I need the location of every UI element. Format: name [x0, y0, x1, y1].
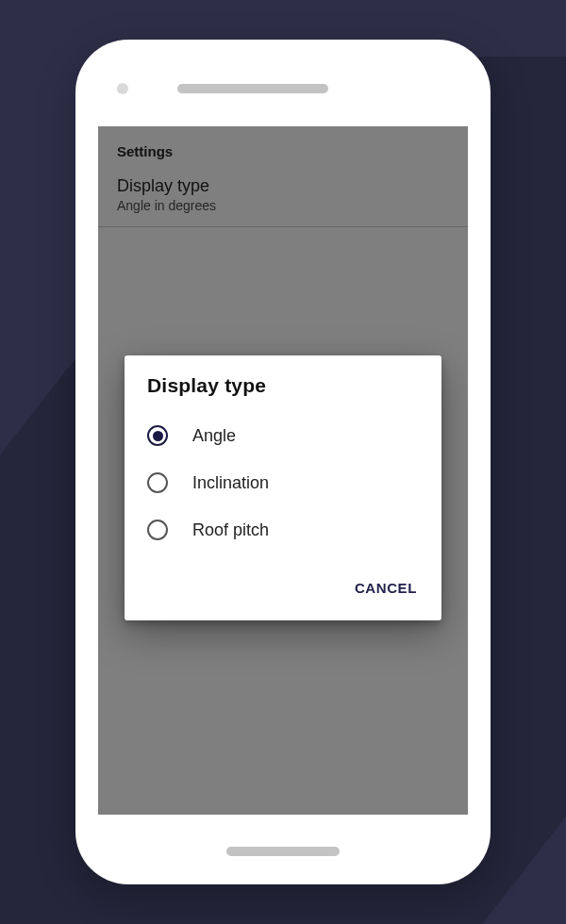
speaker-slot-icon	[177, 84, 328, 93]
phone-frame: Settings Display type Angle in degrees D…	[75, 40, 491, 884]
home-slot-icon	[226, 847, 340, 856]
radio-option-inclination[interactable]: Inclination	[125, 459, 441, 506]
dialog-actions: CANCEL	[125, 563, 441, 613]
radio-label: Inclination	[192, 473, 269, 493]
radio-option-roof-pitch[interactable]: Roof pitch	[125, 506, 441, 553]
cancel-button[interactable]: CANCEL	[343, 570, 428, 605]
radio-label: Angle	[192, 426, 236, 446]
phone-bottom-hardware	[75, 847, 491, 856]
phone-top-hardware	[75, 66, 491, 111]
radio-unchecked-icon	[147, 472, 168, 493]
radio-dot-icon	[153, 431, 163, 441]
dialog-title: Display type	[125, 355, 441, 408]
radio-list: Angle Inclination Roof pitch	[125, 408, 441, 563]
radio-label: Roof pitch	[192, 520, 269, 540]
camera-icon	[117, 83, 128, 94]
phone-screen: Settings Display type Angle in degrees D…	[98, 126, 468, 815]
display-type-dialog: Display type Angle Inclination Roof pitc…	[125, 355, 441, 620]
radio-option-angle[interactable]: Angle	[125, 412, 441, 459]
radio-checked-icon	[147, 425, 168, 446]
radio-unchecked-icon	[147, 520, 168, 540]
